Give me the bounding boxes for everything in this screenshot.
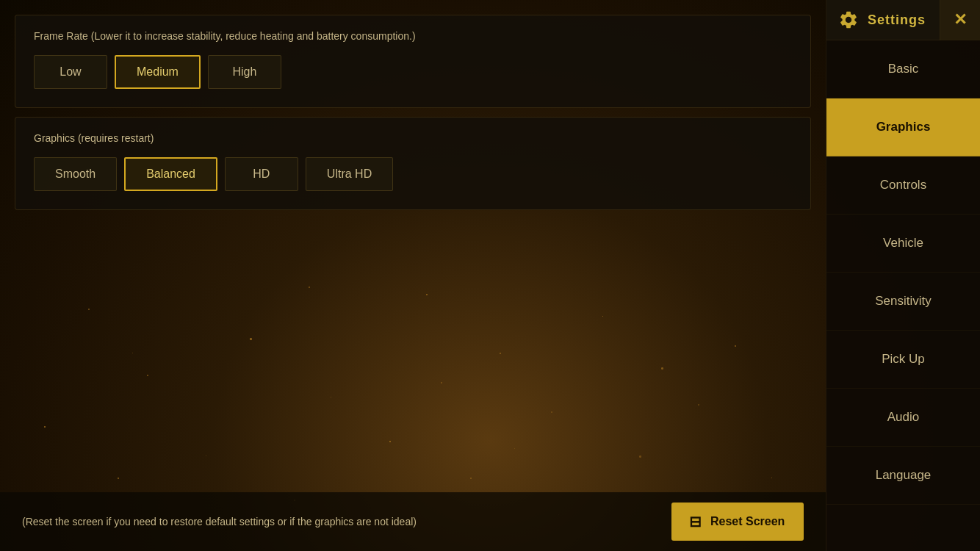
graphics-hd-button[interactable]: HD xyxy=(225,157,298,191)
sidebar-item-graphics[interactable]: Graphics xyxy=(826,98,980,156)
close-button[interactable]: ✕ xyxy=(940,0,980,40)
close-icon: ✕ xyxy=(954,10,967,29)
sidebar-item-language[interactable]: Language xyxy=(826,447,980,505)
content-area: Frame Rate (Lower it to increase stabili… xyxy=(0,0,826,551)
sidebar: Settings ✕ Basic Graphics Controls Vehic… xyxy=(826,0,980,551)
graphics-balanced-button[interactable]: Balanced xyxy=(124,157,217,191)
bottom-text: (Reset the screen if you need to restore… xyxy=(22,516,417,527)
sidebar-item-basic-label: Basic xyxy=(888,62,919,76)
sidebar-item-graphics-label: Graphics xyxy=(876,120,931,134)
sidebar-item-pickup[interactable]: Pick Up xyxy=(826,331,980,389)
graphics-title: Graphics (requires restart) xyxy=(34,132,792,144)
monitor-icon: ⊟ xyxy=(689,513,702,530)
settings-header: Settings ✕ xyxy=(826,0,980,40)
main-layout: Frame Rate (Lower it to increase stabili… xyxy=(0,0,980,551)
sidebar-item-sensitivity[interactable]: Sensitivity xyxy=(826,273,980,331)
frame-rate-low-button[interactable]: Low xyxy=(34,55,107,89)
sidebar-item-basic[interactable]: Basic xyxy=(826,40,980,98)
frame-rate-medium-button[interactable]: Medium xyxy=(115,55,201,89)
sidebar-item-audio[interactable]: Audio xyxy=(826,389,980,447)
settings-title: Settings xyxy=(868,12,926,28)
frame-rate-title: Frame Rate (Lower it to increase stabili… xyxy=(34,30,792,42)
graphics-panel: Graphics (requires restart) Smooth Balan… xyxy=(15,117,811,210)
sidebar-item-sensitivity-label: Sensitivity xyxy=(875,294,932,309)
reset-screen-label: Reset Screen xyxy=(710,515,785,528)
sidebar-item-controls-label: Controls xyxy=(880,178,926,192)
graphics-options: Smooth Balanced HD Ultra HD xyxy=(34,157,792,191)
frame-rate-panel: Frame Rate (Lower it to increase stabili… xyxy=(15,15,811,108)
sidebar-item-vehicle-label: Vehicle xyxy=(883,236,923,251)
frame-rate-high-button[interactable]: High xyxy=(208,55,281,89)
sidebar-item-controls[interactable]: Controls xyxy=(826,156,980,215)
gear-icon xyxy=(838,10,859,30)
reset-screen-button[interactable]: ⊟ Reset Screen xyxy=(671,503,804,541)
sidebar-item-vehicle[interactable]: Vehicle xyxy=(826,215,980,273)
sidebar-item-language-label: Language xyxy=(876,468,932,483)
frame-rate-options: Low Medium High xyxy=(34,55,792,89)
sidebar-item-audio-label: Audio xyxy=(887,410,919,425)
graphics-ultra-hd-button[interactable]: Ultra HD xyxy=(306,157,393,191)
settings-title-area: Settings xyxy=(826,10,940,30)
bottom-bar: (Reset the screen if you need to restore… xyxy=(0,492,826,551)
sidebar-item-pickup-label: Pick Up xyxy=(882,352,925,367)
graphics-smooth-button[interactable]: Smooth xyxy=(34,157,117,191)
